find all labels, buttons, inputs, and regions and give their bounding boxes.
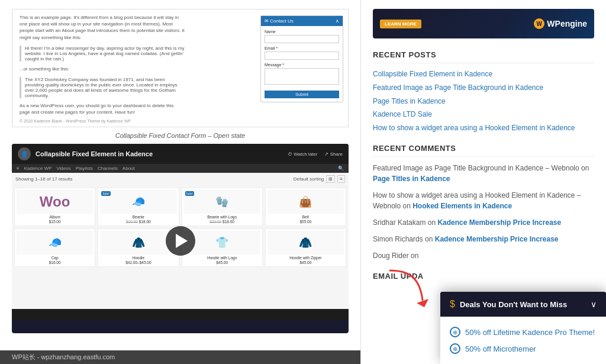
deals-dollar-icon: $ (450, 299, 455, 310)
contact-form-overlay: ✉ Contact Us ∧ Name Email * M (260, 15, 343, 102)
comment-3-link[interactable]: Kadence Membership Price Increase (437, 218, 561, 227)
woo-item-album[interactable]: Woo Album $15.00 (14, 188, 95, 226)
comment-3-text: Sridhar Katakam on (373, 218, 437, 227)
learn-more-button[interactable]: LEARN MORE (380, 20, 421, 28)
woo-cap-img: 🧢 (17, 231, 93, 255)
comment-4-link[interactable]: Kadence Membership Price Increase (435, 235, 559, 243)
deal-link-2[interactable]: ⊕ 50% off Microthemer (450, 340, 597, 357)
form-header: ✉ Contact Us ∧ (261, 16, 343, 26)
woo-item-belt[interactable]: 👜 Belt $55.00 (265, 188, 346, 226)
name-input[interactable] (265, 35, 339, 43)
wpengine-logo: W WPengine (534, 18, 587, 29)
video-footer (12, 309, 349, 320)
video-screenshot[interactable]: 👤 Collapsible Fixed Element in Kadence ⏱… (12, 144, 349, 333)
email-field-group: Email * (265, 46, 339, 60)
deals-body: ⊕ 50% off Lifetime Kadence Pro Theme! ⊕ … (440, 317, 606, 364)
deals-popup: $ Deals You Don't Want to Miss ∨ ⊕ 50% o… (440, 292, 606, 364)
recent-comments-section: RECENT COMMENTS Featured Image as Page T… (373, 144, 594, 261)
post-link-2[interactable]: Featured Image as Page Title Background … (373, 83, 594, 93)
comment-4: Simon Richards on Kadence Membership Pri… (373, 234, 594, 244)
video-header: 👤 Collapsible Fixed Element in Kadence ⏱… (12, 144, 349, 164)
woo-item-beanie[interactable]: Sale! 🧢 Beanie $20.00 $18.00 (98, 188, 179, 226)
video-content: Showing 1–16 of 17 results Default sorti… (12, 173, 349, 309)
video-nav-bar: ≡ Kadence WP Videos Playlists Channels A… (12, 164, 349, 173)
page-footer: © 2020 Kadence Blank - WordPress Theme b… (20, 119, 131, 123)
red-arrow (384, 265, 431, 314)
woo-item-cap[interactable]: 🧢 Cap $16.00 (14, 228, 95, 267)
message-field-group: Message * (265, 63, 339, 86)
submit-button[interactable]: Submit (265, 91, 339, 98)
form-screenshot: This is an example page. It's different … (12, 9, 349, 127)
woo-album-img: Woo (17, 190, 93, 214)
message-input[interactable] (265, 68, 339, 85)
share-control[interactable]: ↗ Share (324, 152, 343, 157)
deal-2-text: 50% off Microthemer (465, 344, 536, 353)
recent-posts-section: RECENT POSTS Collapsible Fixed Element i… (373, 50, 594, 133)
message-label: Message * (265, 63, 339, 67)
play-button[interactable] (166, 226, 195, 256)
woo-beanie-img: Sale! 🧢 (100, 190, 176, 214)
wp-watermark: WP站长 - wpzhanzhang.eastfu.com (0, 350, 360, 364)
comment-5-text: Doug Rider on (373, 252, 418, 260)
name-label: Name (265, 30, 339, 34)
comment-2-link[interactable]: Hooked Elements in Kadence (412, 202, 512, 210)
post-link-4[interactable]: Kadence LTD Sale (373, 109, 594, 120)
form-caption: Collapsible Fixed Contact Form – Open st… (12, 132, 349, 139)
video-controls: ⏱ Watch later ↗ Share (288, 152, 343, 157)
woo-item-beanie-logo[interactable]: Sale! 🧤 Beanie with Logo $20.00 $18.00 (182, 188, 263, 226)
recent-comments-title: RECENT COMMENTS (373, 144, 594, 157)
page-text-2: ...or something like this: (20, 66, 185, 72)
woo-item-hoodie-zipper[interactable]: 🧥 Hoodie with Zipper $45.00 (265, 228, 346, 267)
post-link-5[interactable]: How to show a widget area using a Hooked… (373, 123, 594, 133)
deals-header[interactable]: $ Deals You Don't Want to Miss ∨ (440, 292, 606, 317)
recent-posts-title: RECENT POSTS (373, 50, 594, 63)
video-avatar: 👤 (18, 147, 31, 160)
woo-hoodie-zipper-img: 🧥 (267, 231, 344, 255)
comment-1-link[interactable]: Page Titles in Kadence (373, 175, 450, 183)
deals-title: Deals You Don't Want to Miss (460, 300, 567, 309)
deal-1-text: 50% off Lifetime Kadence Pro Theme! (465, 328, 595, 337)
woo-hoodie-logo-img: 👕 (184, 231, 260, 255)
deal-link-1[interactable]: ⊕ 50% off Lifetime Kadence Pro Theme! (450, 324, 597, 340)
deals-chevron-icon[interactable]: ∨ (591, 299, 597, 309)
page-text-1: This is an example page. It's different … (20, 14, 185, 41)
email-label: Email * (265, 46, 339, 50)
deals-header-left: $ Deals You Don't Want to Miss (450, 299, 567, 310)
page-quote-2: The XYZ Doohickey Company was founded in… (20, 77, 185, 98)
deal-1-circle-icon: ⊕ (450, 327, 460, 337)
content-area: This is an example page. It's different … (0, 0, 361, 364)
page-quote-1: Hi there! I'm a bike messenger by day, a… (20, 46, 185, 62)
wp-engine-mark: W (534, 18, 544, 29)
comment-1: Featured Image as Page Title Background … (373, 163, 594, 184)
name-field-group: Name (265, 30, 339, 43)
play-triangle-icon (176, 234, 188, 248)
comment-2: How to show a widget area using a Hooked… (373, 190, 594, 211)
watch-later-control[interactable]: ⏱ Watch later (288, 152, 317, 157)
post-link-1[interactable]: Collapsible Fixed Element in Kadence (373, 69, 594, 79)
comment-4-text: Simon Richards on (373, 235, 435, 243)
form-body: Name Email * Message * Submit (261, 26, 343, 102)
email-input[interactable] (265, 51, 339, 60)
woo-beanie-logo-img: Sale! 🧤 (184, 190, 260, 214)
comment-5: Doug Rider on (373, 250, 594, 261)
video-title: Collapsible Fixed Element in Kadence (36, 150, 153, 157)
wpengine-banner[interactable]: LEARN MORE W WPengine (373, 9, 594, 38)
woo-belt-img: 👜 (267, 190, 344, 214)
sidebar: LEARN MORE W WPengine RECENT POSTS Colla… (361, 0, 606, 364)
page-text-3: As a new WordPress user, you should go t… (20, 102, 185, 115)
post-link-3[interactable]: Page Titles in Kadence (373, 96, 594, 107)
deal-2-circle-icon: ⊕ (450, 343, 460, 354)
comment-3: Sridhar Katakam on Kadence Membership Pr… (373, 217, 594, 228)
form-expand-icon[interactable]: ∧ (336, 18, 339, 24)
main-layout: This is an example page. It's different … (0, 0, 606, 364)
comment-1-text: Featured Image as Page Title Background … (373, 164, 589, 172)
